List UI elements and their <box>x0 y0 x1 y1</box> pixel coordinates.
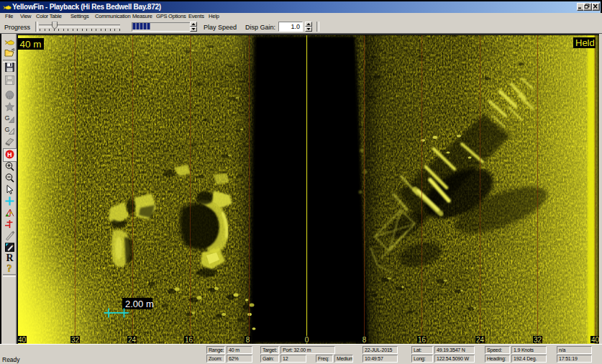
svg-text:16: 16 <box>418 336 427 344</box>
svg-text:32: 32 <box>71 336 80 344</box>
svg-text:40: 40 <box>591 336 599 344</box>
svg-text:24: 24 <box>128 336 137 344</box>
svg-text:32: 32 <box>534 336 542 344</box>
svg-text:8: 8 <box>246 336 250 344</box>
svg-text:40: 40 <box>18 336 26 344</box>
svg-text:G: G <box>5 114 10 122</box>
svg-text:R: R <box>6 252 14 263</box>
svg-text:H: H <box>7 151 12 158</box>
svg-text:16: 16 <box>185 336 193 344</box>
svg-text:8: 8 <box>362 336 367 344</box>
svg-text:2.00 m: 2.00 m <box>125 299 154 309</box>
svg-text:Held: Held <box>575 37 595 48</box>
svg-text:?: ? <box>7 263 12 274</box>
svg-text:40 m: 40 m <box>20 39 42 50</box>
svg-text:0: 0 <box>305 336 309 344</box>
svg-text:G: G <box>5 126 10 133</box>
svg-text:24: 24 <box>476 336 485 344</box>
